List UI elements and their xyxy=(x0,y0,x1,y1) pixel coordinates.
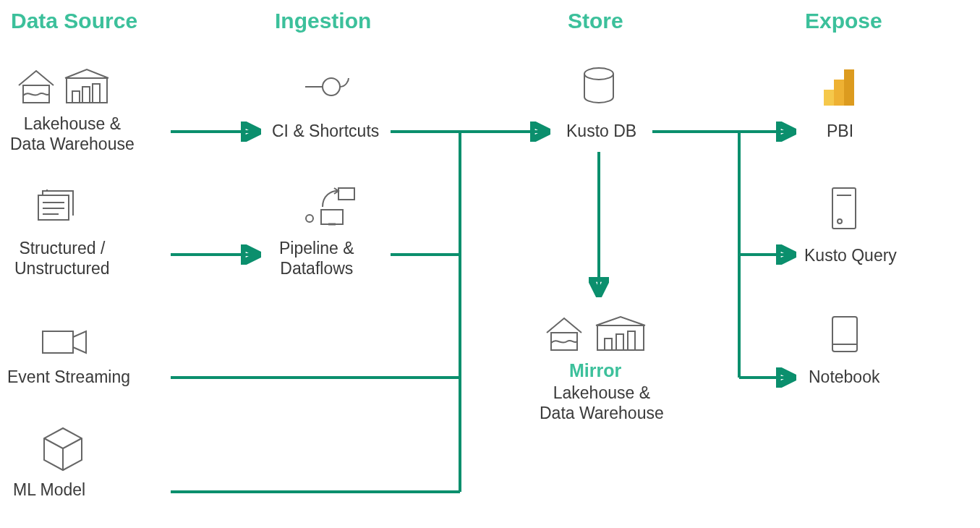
documents-icon xyxy=(33,190,90,236)
lakehouse-icon xyxy=(16,64,117,110)
architecture-diagram: Data Source Ingestion Store Expose Lakeh… xyxy=(0,0,980,528)
camera-icon xyxy=(40,325,98,365)
cube-icon xyxy=(40,425,90,479)
svg-rect-2 xyxy=(72,91,80,103)
notebook-label: Notebook xyxy=(809,367,879,388)
svg-rect-4 xyxy=(93,84,100,103)
kusto-query-label: Kusto Query xyxy=(804,246,897,266)
column-header-ingestion: Ingestion xyxy=(275,9,371,33)
svg-rect-24 xyxy=(605,338,612,350)
mirror-label: Mirror xyxy=(569,360,621,381)
svg-rect-18 xyxy=(321,210,343,224)
power-bi-icon xyxy=(821,65,861,111)
database-icon xyxy=(579,65,622,111)
svg-point-32 xyxy=(838,219,842,223)
structured-unstructured-label: Structured / Unstructured xyxy=(14,239,110,278)
lakehouse-dw-label: Lakehouse & Data Warehouse xyxy=(10,114,135,154)
pipeline-dataflows-label: Pipeline & Dataflows xyxy=(279,239,354,278)
kusto-db-label: Kusto DB xyxy=(566,122,636,142)
svg-rect-3 xyxy=(82,87,90,103)
column-header-expose: Expose xyxy=(805,9,882,33)
mirror-sublabel: Lakehouse & Data Warehouse xyxy=(540,383,664,423)
dataflow-icon xyxy=(302,185,367,239)
svg-rect-33 xyxy=(832,317,857,352)
mirror-lakehouse-icon xyxy=(544,311,660,357)
svg-rect-20 xyxy=(338,188,354,200)
svg-rect-29 xyxy=(844,69,854,106)
svg-rect-26 xyxy=(628,331,635,350)
server-icon xyxy=(828,185,864,239)
svg-point-21 xyxy=(584,68,613,80)
column-header-store: Store xyxy=(568,9,623,33)
svg-marker-10 xyxy=(73,331,86,353)
svg-rect-30 xyxy=(832,188,856,229)
svg-rect-28 xyxy=(834,80,844,106)
pbi-label: PBI xyxy=(827,122,853,142)
column-header-data-source: Data Source xyxy=(11,9,137,33)
notebook-icon xyxy=(828,314,864,360)
svg-rect-9 xyxy=(43,331,73,353)
ci-shortcuts-label: CI & Shortcuts xyxy=(272,122,379,142)
svg-rect-27 xyxy=(824,90,834,106)
commit-icon xyxy=(302,72,360,104)
ml-model-label: ML Model xyxy=(13,480,85,501)
event-streaming-label: Event Streaming xyxy=(7,367,130,388)
svg-rect-25 xyxy=(616,334,623,350)
svg-point-17 xyxy=(306,215,313,222)
